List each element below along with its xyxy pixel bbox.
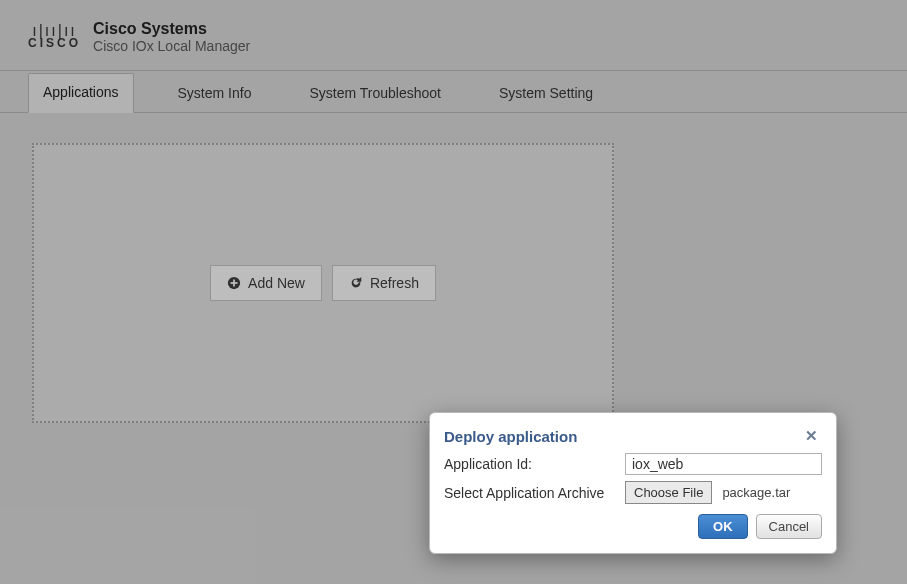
cancel-button[interactable]: Cancel (756, 514, 822, 539)
svg-rect-2 (231, 282, 238, 284)
ok-button[interactable]: OK (698, 514, 748, 539)
dialog-title: Deploy application (444, 428, 577, 445)
applications-panel: Add New Refresh (0, 113, 907, 453)
refresh-icon (349, 276, 363, 290)
archive-label: Select Application Archive (444, 485, 619, 501)
tab-system-troubleshoot[interactable]: System Troubleshoot (295, 75, 455, 113)
close-icon[interactable]: ✕ (801, 425, 822, 447)
plus-circle-icon (227, 276, 241, 290)
tab-system-info[interactable]: System Info (164, 75, 266, 113)
application-id-label: Application Id: (444, 456, 619, 472)
product-name: Cisco IOx Local Manager (93, 38, 250, 54)
choose-file-button[interactable]: Choose File (625, 481, 712, 504)
refresh-button[interactable]: Refresh (332, 265, 436, 301)
selected-file-name: package.tar (722, 485, 790, 500)
add-new-label: Add New (248, 275, 305, 291)
application-dropzone: Add New Refresh (32, 143, 614, 423)
company-name: Cisco Systems (93, 20, 250, 38)
title-block: Cisco Systems Cisco IOx Local Manager (93, 20, 250, 54)
main-tabs: Applications System Info System Troubles… (0, 71, 907, 113)
add-new-button[interactable]: Add New (210, 265, 322, 301)
app-header: ı|ıı|ıı CISCO Cisco Systems Cisco IOx Lo… (0, 0, 907, 71)
tab-applications[interactable]: Applications (28, 73, 134, 113)
refresh-label: Refresh (370, 275, 419, 291)
application-id-input[interactable] (625, 453, 822, 475)
deploy-application-dialog: Deploy application ✕ Application Id: Sel… (429, 412, 837, 554)
cisco-logo-icon: ı|ıı|ıı CISCO (28, 25, 81, 48)
tab-system-setting[interactable]: System Setting (485, 75, 607, 113)
